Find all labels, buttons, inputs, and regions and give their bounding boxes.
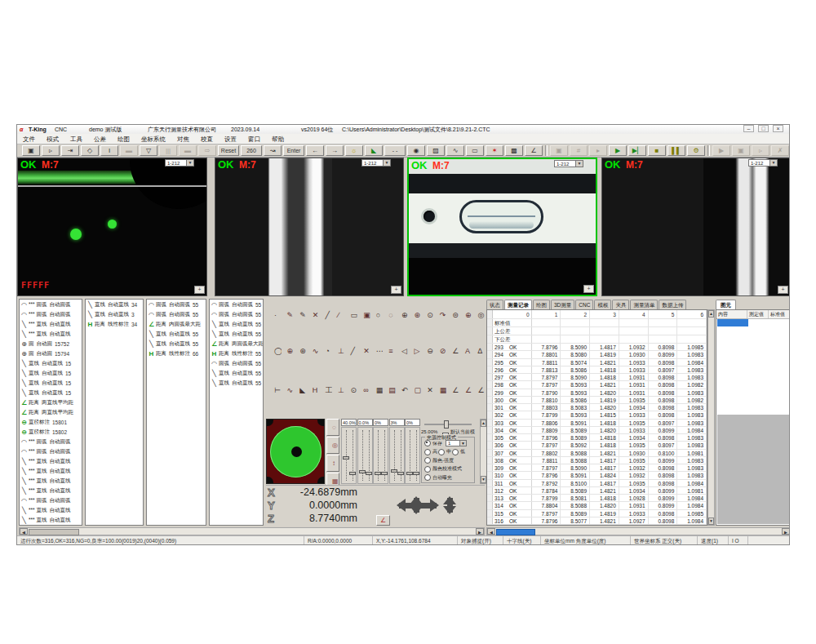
list-item[interactable]: ⊕圆自动圆15794 — [20, 349, 82, 358]
list-item[interactable]: ╲*** 直线自动直线 — [20, 486, 82, 495]
point-set-tool-button[interactable]: ⋯ — [370, 344, 382, 356]
dim-center-tool-button[interactable]: ⊙ — [345, 384, 357, 395]
slider-body[interactable] — [373, 427, 388, 484]
master-intensity-slider[interactable] — [424, 424, 472, 425]
arc-tool-button[interactable]: ↷ — [434, 309, 446, 320]
pick-line-tool-button[interactable]: ✎ — [294, 309, 305, 320]
list-item[interactable]: ◠*** 圆弧自动圆弧 — [20, 300, 82, 309]
list-item[interactable]: ╲*** 直线自动直线 — [20, 456, 82, 466]
menu-item-工具[interactable]: 工具 — [64, 134, 88, 144]
toolbar-light-button[interactable]: ☼ — [345, 145, 363, 156]
toolbar-open-run-button[interactable]: ▸ — [589, 145, 607, 156]
tab-状态[interactable]: 状态 — [486, 300, 503, 309]
primitive-selected-row[interactable] — [717, 319, 748, 326]
list-item[interactable]: ╲直线自动直线34 — [86, 300, 143, 309]
camera-view-4[interactable]: OKM:71-212▼+ — [601, 158, 790, 296]
circle-point-tool-button[interactable]: ⊙ — [421, 309, 432, 320]
scroll-left-icon[interactable]: ◀ — [487, 528, 495, 535]
radio-icon[interactable] — [424, 474, 431, 481]
line-tool-button[interactable]: ╱ — [319, 309, 330, 320]
camera-pan-button[interactable]: + — [391, 286, 401, 294]
ring-updown-button[interactable]: ↕ — [326, 455, 339, 472]
list-item[interactable]: ◠*** 圆弧自动圆弧 — [20, 437, 82, 446]
toolbar-laser-star-button[interactable]: ✶ — [486, 145, 503, 156]
chevron-down-icon[interactable]: ▼ — [383, 160, 390, 166]
list-item[interactable]: ╲直线自动直线55 — [210, 329, 263, 339]
jog-z-arrows[interactable] — [447, 498, 453, 513]
toolbar-open-button[interactable]: ▹ — [42, 145, 60, 156]
tab-绘图[interactable]: 绘图 — [533, 300, 550, 309]
record-table[interactable]: 0123456标准值上公差下公差293OK7.87968.50901.48171… — [486, 309, 707, 526]
radio-icon[interactable] — [452, 449, 459, 455]
slider-body[interactable] — [389, 427, 405, 484]
toolbar-run-button[interactable]: ▶ — [609, 145, 627, 156]
toolbar-edge-button[interactable]: I — [100, 145, 118, 156]
pick-point-tool-button[interactable]: ✎ — [282, 309, 293, 320]
list-item[interactable]: ╲直线自动直线55 — [147, 339, 206, 349]
list-item[interactable]: ╲*** 直线自动直线 — [20, 515, 82, 525]
angle-measure-button[interactable]: ∠ — [376, 515, 390, 526]
menu-item-窗口[interactable]: 窗口 — [242, 134, 266, 144]
tab-数据上传[interactable]: 数据上传 — [659, 300, 686, 309]
arc-part-tool-button[interactable]: ◔ — [319, 344, 330, 356]
channel-combo[interactable]: 1 ▼ — [446, 440, 467, 446]
dim-curve-tool-button[interactable]: ∿ — [282, 384, 293, 395]
dim-x-tool-button[interactable]: ∠ — [446, 384, 458, 395]
slope-line-tool-button[interactable]: ╱ — [345, 344, 357, 356]
toolbar-pattern-button[interactable]: ▨ — [427, 145, 445, 156]
dim-horizontal-tool-button[interactable]: ⊢ — [268, 384, 280, 395]
toolbar-dashes-button[interactable]: - - — [384, 145, 406, 156]
circle-auto-tool-button[interactable]: ⊕ — [459, 309, 471, 320]
list-item[interactable]: ∠距离两直线平均距 — [20, 407, 82, 417]
rect-tool-button[interactable]: ▭ — [345, 309, 357, 320]
select-box-tool-button[interactable]: ▢ — [409, 384, 420, 395]
slider-handle[interactable] — [375, 472, 381, 475]
camera-range-combo[interactable]: 1-212▼ — [165, 159, 194, 167]
chevron-down-icon[interactable]: ▼ — [459, 441, 466, 446]
menu-item-文件[interactable]: 文件 — [17, 134, 41, 144]
toolbar-save-button[interactable]: ▣ — [22, 145, 40, 156]
menu-item-帮助[interactable]: 帮助 — [266, 134, 290, 144]
list-item[interactable]: ╲直线自动直线15 — [20, 378, 82, 388]
list-item[interactable]: ⊕圆自动圆15752 — [20, 339, 82, 349]
list-item[interactable]: ╲*** 直线自动直线 — [20, 476, 82, 486]
perpendicular-tool-button[interactable]: ⊥ — [332, 344, 344, 356]
menu-item-坐标系统[interactable]: 坐标系统 — [135, 134, 171, 144]
angle-tool-button[interactable]: ∠ — [446, 344, 458, 356]
list-item[interactable]: ◠*** 圆弧自动圆弧 — [20, 309, 82, 319]
toolbar-zoom-button[interactable]: ◉ — [407, 145, 425, 156]
minimize-button[interactable]: – — [743, 125, 754, 132]
toolbar-blank-button[interactable]: ▭ — [466, 145, 484, 156]
toolbar-range-260-button[interactable]: 260 — [241, 145, 262, 156]
list-item[interactable]: ╲直线自动直线3 — [86, 309, 143, 319]
toolbar-enter-button[interactable]: Enter — [283, 145, 304, 156]
jog-vertical-arrows[interactable] — [414, 498, 419, 513]
slider-handle[interactable] — [366, 472, 372, 475]
scrollbar-handle[interactable] — [496, 529, 535, 535]
chevron-down-icon[interactable]: ▼ — [575, 161, 583, 167]
list-item[interactable]: ╲直线自动直线55 — [210, 319, 263, 329]
radio-icon[interactable] — [424, 457, 431, 464]
toolbar-cancel-button[interactable]: ✗ — [771, 145, 789, 156]
toolbar-dither-button[interactable]: ▩ — [505, 145, 523, 156]
toolbar-open2-button[interactable]: ▹ — [752, 145, 769, 156]
parallel-tool-button[interactable]: ≡ — [383, 344, 394, 356]
toolbar-step-button[interactable]: ⇨ — [198, 145, 216, 156]
camera-pan-button[interactable]: + — [778, 286, 788, 294]
keyboard-tool-button[interactable]: ▦ — [370, 384, 382, 395]
angle-right-tool-button[interactable]: ▷ — [409, 344, 420, 356]
menu-item-公差[interactable]: 公差 — [88, 134, 112, 144]
angle-left-tool-button[interactable]: ◁ — [396, 344, 407, 356]
toolbar-cup-button[interactable]: ▽ — [140, 145, 157, 156]
toolbar-auto-run-button[interactable]: ⚙ — [687, 145, 705, 156]
list-item[interactable]: ◠圆弧自动圆弧55 — [210, 300, 263, 309]
toolbar-stop-button[interactable]: ■ — [648, 145, 666, 156]
toolbar-probe-button[interactable]: ◇ — [81, 145, 99, 156]
slider-handle[interactable] — [381, 472, 388, 475]
list-item[interactable]: H距离线性标注34 — [86, 319, 143, 329]
list-item[interactable]: ∠距离两圆弧最大距 — [210, 339, 263, 349]
circle-dashed-tool-button[interactable]: ◌ — [383, 309, 394, 320]
scroll-right-icon[interactable]: ▶ — [476, 528, 484, 535]
circle-tool-tool-button[interactable]: ⊕ — [282, 344, 293, 356]
tab-模板[interactable]: 模板 — [594, 300, 611, 309]
